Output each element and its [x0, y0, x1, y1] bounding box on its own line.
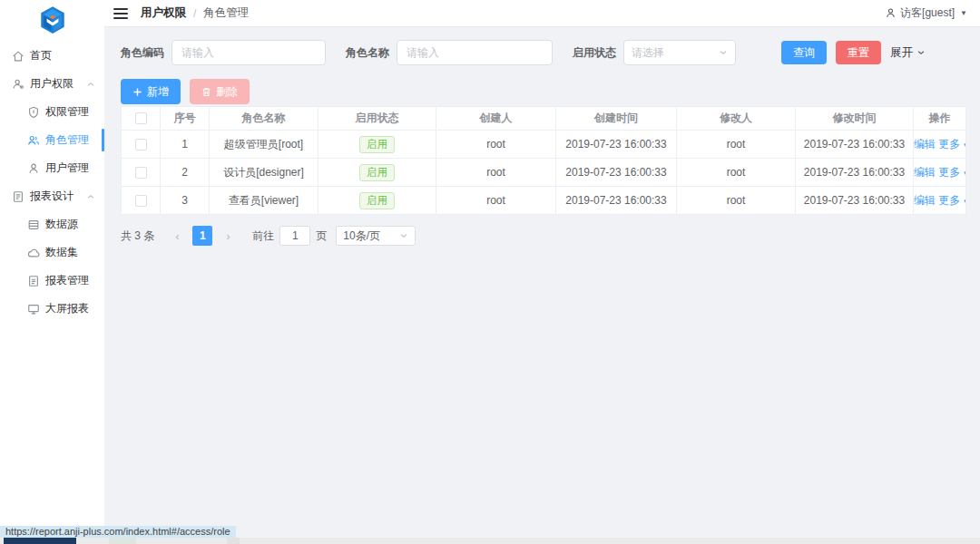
roles-icon [27, 134, 40, 147]
hamburger-menu-icon[interactable] [113, 8, 128, 19]
role-code-label: 角色编码 [121, 45, 164, 61]
edit-link[interactable]: 编辑 [914, 194, 936, 207]
edit-link[interactable]: 编辑 [914, 138, 936, 151]
table-row: 2 设计员[designer] 启用 root 2019-07-23 16:00… [122, 159, 966, 187]
edit-link[interactable]: 编辑 [914, 166, 936, 179]
table-row: 1 超级管理员[root] 启用 root 2019-07-23 16:00:3… [122, 131, 966, 159]
cell-no: 1 [161, 131, 210, 159]
prev-page-button[interactable]: ‹ [167, 226, 187, 246]
sidebar-item-label: 数据集 [45, 245, 78, 260]
report-design-icon [12, 190, 24, 203]
link-preview-statusbar: https://report.anji-plus.com/index.html#… [0, 526, 236, 538]
filter-buttons: 查询 重置 展开 [781, 41, 926, 64]
cell-no: 2 [161, 159, 210, 187]
cell-creator: root [436, 131, 556, 159]
user-dropdown[interactable]: 访客[guest] ▼ [885, 5, 967, 21]
bottom-strip [0, 538, 980, 544]
sidebar-item-label: 报表管理 [45, 273, 89, 288]
sidebar-item-permission-manage[interactable]: 权限管理 [0, 98, 104, 126]
cell-no: 3 [161, 187, 210, 215]
col-modifier: 修改人 [677, 107, 796, 131]
filter-bar: 角色编码 角色名称 启用状态 请选择 查询 重置 展开 [121, 40, 965, 65]
breadcrumb-current: 角色管理 [203, 5, 249, 21]
cell-role-name: 设计员[designer] [210, 159, 318, 187]
col-created: 创建时间 [556, 107, 677, 131]
role-name-input[interactable] [397, 40, 553, 65]
cell-modifier: root [677, 187, 796, 215]
pagination: 共 3 条 ‹ 1 › 前往 页 10条/页 [121, 226, 965, 246]
bottom-strip-segment [227, 538, 240, 544]
expand-toggle[interactable]: 展开 [890, 45, 926, 61]
delete-button[interactable]: 删除 [190, 79, 250, 104]
more-link[interactable]: 更多 [938, 138, 960, 151]
sidebar: 首页 用户权限 权限管理 角色 [0, 0, 104, 538]
table-header-row: 序号 角色名称 启用状态 创建人 创建时间 修改人 修改时间 操作 [122, 107, 966, 131]
user-label: 访客[guest] [900, 5, 955, 21]
cell-creator: root [436, 159, 556, 187]
dataset-icon [27, 247, 40, 259]
sidebar-item-label: 角色管理 [45, 132, 89, 148]
col-no: 序号 [161, 107, 210, 131]
sidebar-item-dataset[interactable]: 数据集 [0, 238, 104, 267]
sidebar-item-label: 报表设计 [30, 189, 74, 204]
sidebar-item-user-permission[interactable]: 用户权限 [0, 70, 104, 98]
table-toolbar: 新增 删除 [121, 79, 965, 104]
chevron-down-icon [916, 48, 926, 57]
user-icon [27, 162, 40, 175]
sidebar-item-datasource[interactable]: 数据源 [0, 210, 104, 238]
chevron-down-icon [399, 231, 408, 240]
sidebar-item-user-manage[interactable]: 用户管理 [0, 154, 104, 182]
sidebar-item-label: 大屏报表 [45, 301, 89, 316]
page-size-value: 10条/页 [343, 228, 380, 244]
roles-table: 序号 角色名称 启用状态 创建人 创建时间 修改人 修改时间 操作 1 超级管 [121, 106, 966, 215]
role-name-label: 角色名称 [346, 45, 389, 61]
reset-button[interactable]: 重置 [836, 41, 881, 64]
sidebar-item-label: 首页 [30, 48, 52, 63]
col-actions: 操作 [914, 107, 966, 131]
sidebar-item-role-manage[interactable]: 角色管理 [0, 126, 104, 154]
breadcrumb-separator: / [193, 7, 196, 20]
more-link[interactable]: 更多 [938, 166, 960, 179]
page-number-1[interactable]: 1 [192, 226, 212, 246]
row-checkbox[interactable] [135, 167, 147, 179]
app-logo[interactable] [0, 0, 104, 40]
select-all-header [122, 107, 161, 131]
sidebar-item-label: 权限管理 [45, 104, 89, 120]
chevron-up-icon [86, 80, 95, 89]
sidebar-item-report-manage[interactable]: 报表管理 [0, 267, 104, 295]
page-size-select[interactable]: 10条/页 [336, 226, 416, 246]
chevron-down-icon: ▼ [960, 141, 965, 150]
col-name: 角色名称 [210, 107, 318, 131]
add-button[interactable]: 新增 [121, 79, 181, 104]
topbar: 用户权限 / 角色管理 访客[guest] ▼ [104, 0, 980, 27]
status-badge: 启用 [359, 192, 395, 209]
home-icon [12, 50, 24, 63]
cell-modified: 2019-07-23 16:00:33 [796, 187, 914, 215]
more-link[interactable]: 更多 [938, 194, 960, 207]
col-modified: 修改时间 [796, 107, 914, 131]
content-area: 角色编码 角色名称 启用状态 请选择 查询 重置 展开 [104, 27, 980, 538]
user-avatar-icon [885, 7, 897, 19]
cell-modified: 2019-07-23 16:00:33 [796, 159, 914, 187]
cube-logo-icon [37, 5, 68, 35]
datasource-icon [27, 219, 40, 231]
select-all-checkbox[interactable] [135, 112, 147, 124]
row-checkbox[interactable] [135, 195, 147, 207]
cell-created: 2019-07-23 16:00:33 [556, 131, 677, 159]
sidebar-item-big-screen[interactable]: 大屏报表 [0, 295, 104, 323]
sidebar-item-home[interactable]: 首页 [0, 42, 104, 70]
next-page-button[interactable]: › [218, 226, 238, 246]
status-badge: 启用 [359, 136, 395, 153]
status-select[interactable]: 请选择 [623, 40, 736, 65]
breadcrumb-parent[interactable]: 用户权限 [141, 5, 186, 21]
sidebar-item-report-design[interactable]: 报表设计 [0, 182, 104, 210]
chevron-down-icon [719, 48, 728, 57]
row-checkbox[interactable] [135, 139, 147, 151]
role-code-input[interactable] [172, 40, 326, 65]
app-window: 首页 用户权限 权限管理 角色 [0, 0, 980, 538]
status-select-placeholder: 请选择 [632, 45, 664, 61]
search-button[interactable]: 查询 [781, 41, 827, 64]
shield-icon [27, 106, 40, 119]
goto-page-input[interactable] [279, 226, 310, 246]
chevron-down-icon: ▼ [960, 170, 965, 178]
